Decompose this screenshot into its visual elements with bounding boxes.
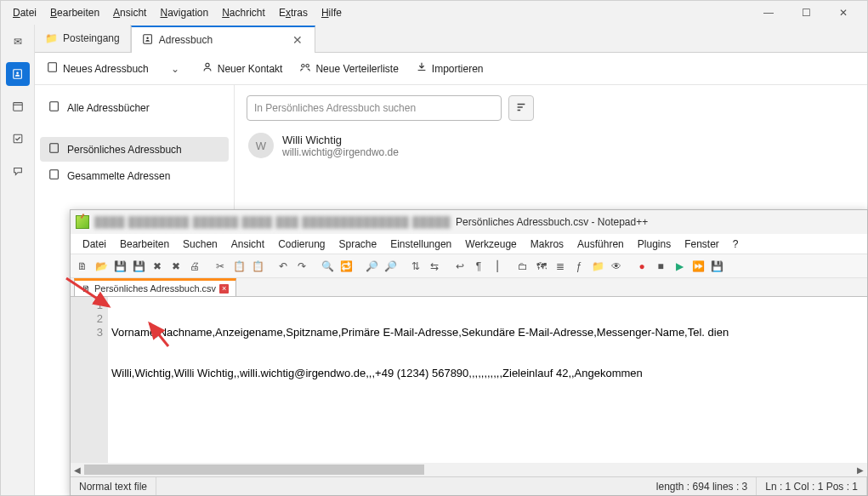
button-label: Neue Verteilerliste (315, 63, 398, 75)
menu-hilfe[interactable]: Hilfe (315, 3, 349, 22)
code-line: Vorname,Nachname,Anzeigename,Spitzname,P… (111, 326, 864, 339)
menu-datei[interactable]: Datei (6, 3, 43, 22)
notepadpp-logo-icon (76, 215, 89, 229)
undo-icon[interactable]: ↶ (275, 258, 292, 275)
menu-ansicht[interactable]: Ansicht (106, 3, 153, 22)
npp-menu-codierung[interactable]: Codierung (271, 237, 332, 252)
npp-menu-fenster[interactable]: Fenster (678, 237, 726, 252)
window-maximize-button[interactable]: ☐ (787, 1, 825, 25)
print-icon[interactable]: 🖨 (186, 258, 203, 275)
horizontal-scrollbar[interactable]: ◀ ▶ (71, 463, 867, 476)
npp-menu-datei[interactable]: Datei (76, 237, 113, 252)
sidebar-item-personal[interactable]: Persönliches Adressbuch (40, 137, 229, 162)
close-file-icon[interactable]: ✖ (149, 258, 166, 275)
window-close-button[interactable]: ✕ (825, 1, 862, 25)
button-label: Neues Adressbuch (63, 63, 149, 75)
npp-menu-plugins[interactable]: Plugins (631, 237, 678, 252)
func-list-icon[interactable]: ƒ (570, 258, 587, 275)
npp-titlebar: ████ ████████ ██████ ████ ███ ██████████… (71, 210, 867, 234)
play-macro-icon[interactable]: ▶ (671, 258, 688, 275)
wordwrap-icon[interactable]: ↩ (451, 258, 468, 275)
doc-list-icon[interactable]: ≣ (552, 258, 569, 275)
code-area[interactable]: Vorname,Nachname,Anzeigename,Spitzname,P… (108, 297, 867, 463)
tb-menubar: Datei Bearbeiten Ansicht Navigation Nach… (1, 1, 867, 25)
new-file-icon[interactable]: 🗎 (74, 258, 91, 275)
play-multi-icon[interactable]: ⏩ (689, 258, 706, 275)
redo-icon[interactable]: ↷ (293, 258, 310, 275)
activity-bar: ✉ (1, 25, 35, 495)
contact-name: Willi Wichtig (282, 134, 399, 146)
activity-chat-icon[interactable] (6, 159, 30, 183)
tab-adressbuch[interactable]: Adressbuch ✕ (131, 26, 315, 53)
npp-menu-ausfuehren[interactable]: Ausführen (570, 237, 631, 252)
npp-menu-suchen[interactable]: Suchen (176, 237, 224, 252)
new-contact-button[interactable]: Neuer Kontakt (195, 58, 290, 79)
notepadpp-window: ████ ████████ ██████ ████ ███ ██████████… (70, 209, 868, 496)
status-mode: Normal text file (71, 477, 156, 495)
line-number: 3 (72, 326, 103, 339)
scroll-track[interactable] (84, 463, 854, 476)
doc-tab-close-button[interactable]: × (219, 284, 229, 294)
indent-guide-icon[interactable]: ⎮ (489, 258, 506, 275)
save-macro-icon[interactable]: 💾 (708, 258, 725, 275)
close-all-icon[interactable]: ✖ (167, 258, 184, 275)
svg-rect-7 (48, 63, 57, 72)
menu-extras[interactable]: Extras (272, 3, 315, 22)
save-all-icon[interactable]: 💾 (130, 258, 147, 275)
copy-icon[interactable]: 📋 (230, 258, 247, 275)
npp-menu-makros[interactable]: Makros (524, 237, 570, 252)
menu-bearbeiten[interactable]: Bearbeiten (43, 3, 106, 22)
allchars-icon[interactable]: ¶ (470, 258, 487, 275)
stop-macro-icon[interactable]: ■ (652, 258, 669, 275)
sidebar-item-label: Persönliches Adressbuch (67, 144, 182, 156)
new-addressbook-button[interactable]: Neues Adressbuch (40, 58, 156, 79)
import-button[interactable]: Importieren (409, 58, 491, 79)
menu-navigation[interactable]: Navigation (153, 3, 215, 22)
folder-icon[interactable]: 📁 (589, 258, 606, 275)
npp-menu-ansicht[interactable]: Ansicht (224, 237, 271, 252)
sort-button[interactable] (508, 95, 534, 121)
replace-icon[interactable]: 🔁 (338, 258, 355, 275)
sidebar-item-collected[interactable]: Gesammelte Adressen (40, 163, 229, 188)
cut-icon[interactable]: ✂ (212, 258, 229, 275)
scroll-right-icon[interactable]: ▶ (854, 463, 867, 476)
sync-v-icon[interactable]: ⇅ (407, 258, 424, 275)
lang-icon[interactable]: 🗀 (514, 258, 531, 275)
window-minimize-button[interactable]: — (750, 1, 787, 25)
save-icon[interactable]: 💾 (111, 258, 128, 275)
npp-menu-help[interactable]: ? (726, 237, 746, 252)
addressbook-icon (142, 33, 154, 48)
activity-tasks-icon[interactable] (6, 127, 30, 151)
monitor-icon[interactable]: 👁 (608, 258, 625, 275)
contact-row[interactable]: W Willi Wichtig willi.wichtig@irgendwo.d… (247, 129, 855, 162)
open-file-icon[interactable]: 📂 (93, 258, 110, 275)
menu-nachricht[interactable]: Nachricht (215, 3, 272, 22)
activity-mail-icon[interactable]: ✉ (6, 30, 30, 54)
zoom-out-icon[interactable]: 🔎 (382, 258, 399, 275)
sidebar-item-label: Gesammelte Adressen (67, 170, 170, 182)
npp-menu-werkzeuge[interactable]: Werkzeuge (458, 237, 523, 252)
zoom-in-icon[interactable]: 🔎 (363, 258, 380, 275)
tab-close-button[interactable]: ✕ (291, 33, 304, 47)
npp-menu-bearbeiten[interactable]: Bearbeiten (113, 237, 176, 252)
activity-calendar-icon[interactable] (6, 94, 30, 118)
svg-rect-12 (50, 144, 59, 153)
npp-editor[interactable]: 1 2 3 Vorname,Nachname,Anzeigename,Spitz… (71, 297, 867, 463)
npp-doc-tab[interactable]: 🗎 Persönliches Adressbuch.csv × (74, 278, 236, 296)
paste-icon[interactable]: 📋 (249, 258, 266, 275)
new-list-button[interactable]: Neue Verteilerliste (292, 58, 405, 79)
search-input[interactable]: In Persönliches Adressbuch suchen (247, 95, 502, 121)
sidebar-item-all[interactable]: Alle Adressbücher (40, 95, 229, 120)
doc-map-icon[interactable]: 🗺 (533, 258, 550, 275)
record-macro-icon[interactable]: ● (633, 258, 650, 275)
activity-addressbook-icon[interactable] (6, 62, 30, 86)
line-number: 2 (72, 312, 103, 326)
npp-menu-einstellungen[interactable]: Einstellungen (383, 237, 458, 252)
scroll-left-icon[interactable]: ◀ (71, 463, 84, 476)
find-icon[interactable]: 🔍 (319, 258, 336, 275)
sync-h-icon[interactable]: ⇆ (426, 258, 443, 275)
scroll-thumb[interactable] (84, 465, 424, 475)
tab-posteingang[interactable]: 📁 Posteingang (35, 25, 131, 52)
new-addressbook-dropdown[interactable]: ⌄ (159, 60, 191, 78)
npp-menu-sprache[interactable]: Sprache (332, 237, 384, 252)
